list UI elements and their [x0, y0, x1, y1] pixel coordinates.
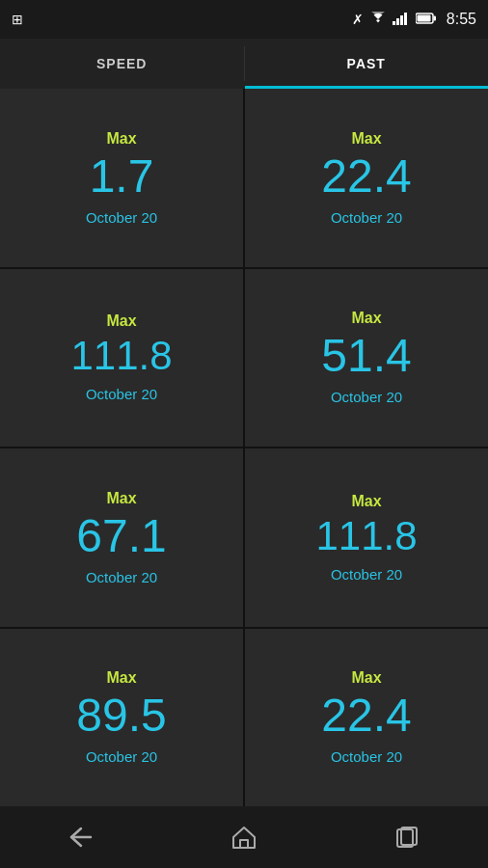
cards-grid: Max 1.7 October 20 Max 22.4 October 20 M…	[0, 89, 488, 806]
card-6-max: Max	[351, 493, 381, 510]
status-time: 8:55	[447, 11, 476, 28]
grid-icon: ⊞	[12, 12, 23, 27]
card-1[interactable]: Max 1.7 October 20	[0, 89, 243, 267]
svg-rect-0	[393, 21, 395, 25]
bluetooth-icon: ✗	[352, 12, 364, 27]
card-2-date: October 20	[331, 209, 402, 226]
card-3[interactable]: Max 111.8 October 20	[0, 269, 243, 448]
tab-past[interactable]: PAST	[245, 39, 489, 89]
card-1-date: October 20	[86, 209, 157, 226]
status-icons: ✗ 8:55	[352, 11, 476, 28]
signal-icon	[393, 12, 410, 28]
card-8-date: October 20	[331, 748, 402, 765]
card-6[interactable]: Max 111.8 October 20	[245, 448, 488, 627]
card-6-value: 111.8	[315, 516, 417, 556]
card-6-date: October 20	[331, 566, 402, 583]
wifi-icon	[369, 12, 387, 28]
card-5[interactable]: Max 67.1 October 20	[0, 448, 243, 627]
battery-icon	[416, 13, 437, 27]
svg-marker-8	[233, 827, 255, 848]
card-3-date: October 20	[86, 386, 157, 402]
card-7-max: Max	[106, 669, 136, 687]
card-5-date: October 20	[86, 569, 157, 585]
home-button[interactable]	[215, 818, 273, 856]
svg-rect-3	[404, 13, 407, 25]
card-2-value: 22.4	[321, 153, 411, 200]
tab-past-label: PAST	[347, 56, 386, 71]
card-4-date: October 20	[331, 389, 402, 405]
card-5-value: 67.1	[76, 513, 166, 559]
svg-rect-1	[396, 18, 399, 25]
card-8-value: 22.4	[321, 692, 411, 739]
svg-rect-9	[240, 840, 248, 848]
card-4-value: 51.4	[321, 333, 411, 379]
card-1-value: 1.7	[90, 153, 154, 200]
card-1-max: Max	[106, 130, 136, 148]
card-3-max: Max	[106, 312, 136, 330]
nav-bar	[0, 806, 488, 868]
svg-rect-5	[417, 14, 430, 21]
card-3-value: 111.8	[70, 336, 172, 376]
card-2-max: Max	[351, 130, 381, 148]
card-4[interactable]: Max 51.4 October 20	[245, 269, 488, 448]
card-7-value: 89.5	[76, 692, 166, 739]
back-button[interactable]	[52, 818, 110, 856]
card-2[interactable]: Max 22.4 October 20	[245, 89, 488, 267]
card-5-max: Max	[106, 490, 136, 507]
tab-bar: SPEED PAST	[0, 39, 488, 89]
status-bar: ⊞ ✗ 8:55	[0, 0, 488, 39]
card-4-max: Max	[351, 310, 381, 327]
recent-button[interactable]	[378, 818, 436, 856]
card-8-max: Max	[351, 669, 381, 687]
tab-speed[interactable]: SPEED	[0, 39, 244, 89]
tab-speed-label: SPEED	[96, 56, 147, 71]
card-7[interactable]: Max 89.5 October 20	[0, 629, 243, 807]
card-8[interactable]: Max 22.4 October 20	[245, 629, 488, 807]
svg-rect-2	[400, 15, 403, 25]
card-7-date: October 20	[86, 748, 157, 765]
svg-rect-6	[433, 15, 436, 20]
